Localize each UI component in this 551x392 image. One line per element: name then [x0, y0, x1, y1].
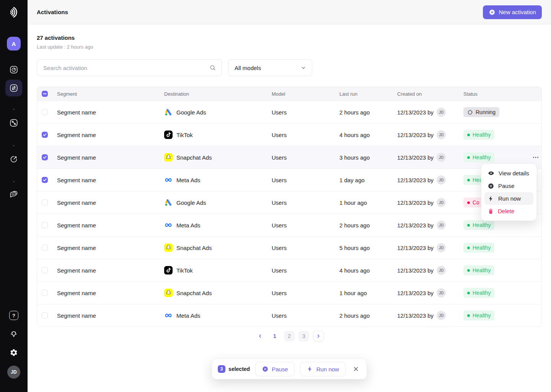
- table-row[interactable]: Segment name Meta Ads Users 1 day ago 12…: [37, 168, 541, 191]
- activation-count: 27 activations: [37, 34, 93, 41]
- status-badge: Co: [463, 198, 483, 207]
- menu-item-label: View details: [499, 170, 529, 176]
- menu-item-pause[interactable]: Pause: [484, 180, 533, 192]
- menu-item-view-details[interactable]: View details: [484, 167, 533, 180]
- pagination-page-2[interactable]: 2: [284, 331, 295, 341]
- status-dot-icon: [467, 224, 470, 227]
- sidebar-item-flows[interactable]: [5, 114, 22, 131]
- last-run-label: 1 hour ago: [339, 199, 397, 206]
- segment-name: Segment name: [57, 132, 164, 138]
- destination-icon: [164, 243, 173, 252]
- last-update-text: Last update : 2 hours ago: [37, 44, 93, 50]
- status-label: Healthy: [473, 312, 491, 318]
- row-checkbox[interactable]: [42, 222, 48, 228]
- table-row[interactable]: Segment name TikTok Users 4 hours ago 12…: [37, 259, 541, 281]
- sidebar-item-dashboard[interactable]: [5, 61, 22, 78]
- destination-icon: [164, 311, 173, 320]
- bulk-pause-button[interactable]: Pause: [255, 362, 295, 376]
- created-on-label: 12/13/2023 by: [397, 290, 434, 296]
- destination-label: Meta Ads: [176, 222, 201, 229]
- bulk-run-now-button[interactable]: Run now: [300, 362, 346, 376]
- sidebar-item-activations[interactable]: [5, 80, 22, 96]
- creator-avatar: JD: [437, 311, 446, 320]
- activations-sync-icon: [9, 83, 18, 93]
- creator-avatar: JD: [437, 288, 446, 297]
- created-on-label: 12/13/2023 by: [397, 267, 434, 274]
- table-body: Segment name Google Ads Users 2 hours ag…: [37, 101, 541, 327]
- segment-name: Segment name: [57, 312, 164, 319]
- nav-separator-dot: [13, 109, 15, 110]
- segment-name: Segment name: [57, 109, 164, 116]
- row-checkbox[interactable]: [42, 312, 48, 318]
- sidebar-item-ideas[interactable]: [5, 326, 22, 343]
- model-label: Users: [272, 132, 339, 138]
- menu-item-run-now[interactable]: Run now: [484, 192, 533, 205]
- sidebar-item-syncs[interactable]: [5, 151, 22, 168]
- col-header-destination: Destination: [164, 91, 272, 97]
- status-badge: Healthy: [463, 310, 494, 320]
- creator-avatar: JD: [437, 198, 446, 207]
- status-label: Healthy: [473, 267, 491, 273]
- table-row[interactable]: Segment name TikTok Users 4 hours ago 12…: [37, 123, 541, 146]
- table-row[interactable]: Segment name Snapchat Ads Users 1 hour a…: [37, 281, 541, 304]
- row-checkbox[interactable]: [42, 290, 48, 296]
- row-checkbox[interactable]: [42, 267, 48, 273]
- row-checkbox[interactable]: [42, 199, 48, 206]
- destination-label: Google Ads: [176, 109, 206, 116]
- sidebar-item-help[interactable]: ?: [5, 307, 22, 324]
- pagination-prev-button[interactable]: [255, 331, 266, 341]
- search-icon: [209, 64, 216, 71]
- table-row[interactable]: Segment name Meta Ads Users 2 hours ago …: [37, 304, 541, 327]
- table-row[interactable]: Segment name Snapchat Ads Users 3 hours …: [37, 146, 541, 168]
- row-menu-button[interactable]: [530, 152, 541, 163]
- row-checkbox[interactable]: [42, 132, 48, 138]
- user-avatar[interactable]: JD: [7, 366, 20, 379]
- sidebar-item-settings[interactable]: [5, 344, 22, 361]
- creator-avatar: JD: [437, 220, 446, 230]
- status-badge: Healthy: [463, 243, 494, 253]
- status-label: Healthy: [473, 132, 491, 138]
- pagination: 1 2 3: [28, 331, 551, 341]
- status-dot-icon: [467, 134, 470, 136]
- search-input[interactable]: [37, 65, 209, 71]
- table-row[interactable]: Segment name Meta Ads Users 2 hours ago …: [37, 214, 541, 236]
- row-checkbox[interactable]: [42, 154, 48, 160]
- pagination-next-button[interactable]: [313, 331, 324, 341]
- table-row[interactable]: Segment name Snapchat Ads Users 5 hours …: [37, 236, 541, 259]
- status-dot-icon: [467, 201, 470, 204]
- model-label: Users: [272, 177, 339, 183]
- pagination-page-1[interactable]: 1: [269, 331, 280, 341]
- status-dot-icon: [467, 292, 470, 294]
- row-checkbox[interactable]: [42, 177, 48, 183]
- new-activation-button[interactable]: New activation: [483, 5, 542, 19]
- last-run-label: 2 hours ago: [339, 222, 397, 229]
- table-row[interactable]: Segment name Google Ads Users 2 hours ag…: [37, 101, 541, 123]
- table-row[interactable]: Segment name Google Ads Users 1 hour ago…: [37, 191, 541, 214]
- creator-avatar: JD: [437, 153, 446, 162]
- destination-label: Snapchat Ads: [176, 245, 212, 251]
- status-badge: Healthy: [463, 288, 494, 298]
- pagination-page-3[interactable]: 3: [298, 331, 309, 341]
- row-checkbox[interactable]: [42, 245, 48, 251]
- destination-label: Snapchat Ads: [176, 154, 212, 161]
- selection-bar-close-button[interactable]: [351, 364, 361, 374]
- model-filter-dropdown[interactable]: All models: [228, 59, 312, 76]
- status-dot-icon: [467, 247, 470, 249]
- gauge-icon: [9, 65, 18, 74]
- created-on-label: 12/13/2023 by: [397, 312, 434, 319]
- segment-name: Segment name: [57, 199, 164, 206]
- sidebar: A: [0, 0, 28, 392]
- destination-label: Snapchat Ads: [176, 290, 212, 296]
- col-header-last-run: Last run: [339, 91, 397, 97]
- main-content: 27 activations Last update : 2 hours ago…: [28, 24, 551, 392]
- sidebar-item-messages[interactable]: [5, 186, 22, 203]
- segment-name: Segment name: [57, 245, 164, 251]
- model-label: Users: [272, 290, 339, 296]
- row-context-menu: View details Pause Run now Delete: [481, 163, 537, 221]
- workspace-avatar[interactable]: A: [7, 37, 21, 51]
- row-checkbox[interactable]: [42, 109, 48, 115]
- creator-avatar: JD: [437, 243, 446, 252]
- menu-item-delete[interactable]: Delete: [484, 205, 533, 217]
- select-all-checkbox[interactable]: [42, 91, 48, 97]
- segment-name: Segment name: [57, 222, 164, 229]
